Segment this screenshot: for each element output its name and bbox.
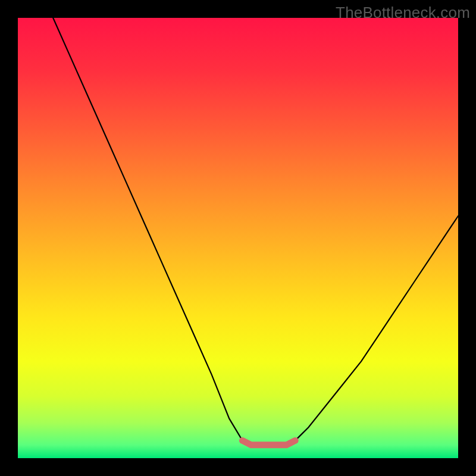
watermark-text: TheBottleneck.com	[336, 4, 470, 22]
plot-background	[18, 18, 458, 458]
chart-frame: TheBottleneck.com	[0, 0, 476, 476]
bottleneck-chart	[0, 0, 476, 476]
